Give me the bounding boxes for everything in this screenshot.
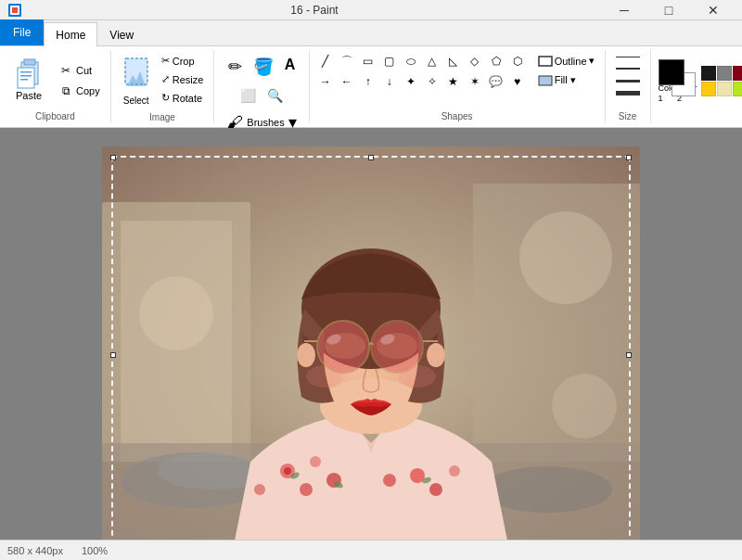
clipboard-group: Paste ✂ Cut ⧉ Copy Clipboard <box>0 50 111 123</box>
colorpicker-icon: 🔍 <box>267 88 283 103</box>
color-swatch[interactable] <box>701 82 716 96</box>
shapes-row-1: ╱ ⌒ ▭ ▢ ⬭ △ ◺ ◇ ⬠ ⬡ <box>315 52 528 70</box>
shape-rect[interactable]: ▭ <box>358 52 378 70</box>
resize-button[interactable]: ⤢ Resize <box>157 70 209 88</box>
outline-button[interactable]: Outline ▾ <box>533 52 599 70</box>
shape-rounded-rect[interactable]: ▢ <box>379 52 400 70</box>
color-palette <box>701 66 742 96</box>
shape-arrow-up[interactable]: ↑ <box>358 72 378 91</box>
size-indicator-4 <box>616 91 640 95</box>
crop-label: Crop <box>173 56 195 67</box>
color-boxes: Color1 Color2 <box>657 57 697 104</box>
shape-right-triangle[interactable]: ◺ <box>443 52 464 70</box>
size-content <box>611 52 645 109</box>
svg-point-26 <box>284 467 291 475</box>
file-tab[interactable]: File <box>0 19 44 45</box>
shape-star6[interactable]: ✶ <box>465 72 485 91</box>
crop-button[interactable]: ✂ Crop <box>157 52 209 70</box>
size-indicator-3 <box>616 80 640 83</box>
image-btns: ✂ Crop ⤢ Resize ↻ Rotate <box>157 52 209 107</box>
maximize-btn[interactable]: □ <box>647 0 690 20</box>
shape-ellipse[interactable]: ⬭ <box>401 52 421 70</box>
size-line-1[interactable] <box>611 52 645 61</box>
clipboard-label: Clipboard <box>35 109 75 121</box>
shape-4arrow[interactable]: ✦ <box>401 72 421 91</box>
fill-button[interactable]: 🪣 <box>249 52 278 82</box>
image-content: Select ✂ Crop ⤢ Resize ↻ Rotate <box>117 52 209 110</box>
svg-rect-8 <box>20 79 28 81</box>
pencil-button[interactable]: ✏ <box>224 52 247 82</box>
size-label: Size <box>619 109 636 121</box>
color1-box[interactable] <box>659 59 684 85</box>
shape-arrow-down[interactable]: ↓ <box>379 72 400 91</box>
fill-shapes-button[interactable]: Fill ▾ <box>533 71 599 89</box>
pencil-icon: ✏ <box>228 57 242 77</box>
canvas-area[interactable] <box>0 128 742 540</box>
colors-content: Color1 Color2 <box>657 52 742 109</box>
select-button[interactable]: Select <box>117 52 156 110</box>
color-swatch[interactable] <box>717 82 732 96</box>
svg-point-30 <box>254 484 265 495</box>
copy-button[interactable]: ⧉ Copy <box>54 82 105 100</box>
size-indicator-2 <box>616 68 640 70</box>
shape-curve[interactable]: ⌒ <box>337 52 357 70</box>
colors-group: Color1 Color2 Colors <box>651 50 742 123</box>
shape-hexagon[interactable]: ⬡ <box>507 52 528 70</box>
minimize-btn[interactable]: ─ <box>603 0 646 20</box>
cut-button[interactable]: ✂ Cut <box>54 61 105 80</box>
close-btn[interactable]: ✕ <box>692 0 735 20</box>
color-swatch[interactable] <box>701 66 716 81</box>
view-tab[interactable]: View <box>97 22 146 46</box>
svg-point-20 <box>552 374 617 439</box>
color-swatch[interactable] <box>733 82 742 96</box>
outline-chevron: ▾ <box>589 55 595 67</box>
paste-button[interactable]: Paste <box>6 56 52 106</box>
shape-pentagon[interactable]: ⬠ <box>486 52 506 70</box>
status-bar: 580 x 440px 100% <box>0 540 742 560</box>
brushes-label: Brushes <box>247 117 284 128</box>
shape-line[interactable]: ╱ <box>315 52 336 70</box>
fill-icon: 🪣 <box>253 57 274 77</box>
shape-star5[interactable]: ★ <box>443 72 464 91</box>
shape-callout[interactable]: 💬 <box>486 72 506 91</box>
select-label: Select <box>123 95 149 106</box>
color-swatch[interactable] <box>717 66 732 81</box>
outline-label: Outline <box>555 56 587 67</box>
window-title: 16 - Paint <box>26 4 603 17</box>
size-group: Size <box>606 50 651 123</box>
shape-diamond[interactable]: ◇ <box>465 52 485 70</box>
ribbon-tabs: File Home View <box>0 20 742 46</box>
text-button[interactable]: A <box>280 52 301 82</box>
eraser-button[interactable]: ⬜ <box>236 83 261 108</box>
colorpicker-button[interactable]: 🔍 <box>262 83 288 108</box>
shape-arrow-right[interactable]: → <box>315 72 336 91</box>
svg-rect-9 <box>125 58 147 84</box>
size-indicator-1 <box>616 57 640 57</box>
size-line-4[interactable] <box>611 88 645 97</box>
size-line-2[interactable] <box>611 64 645 73</box>
image-label: Image <box>149 110 175 122</box>
shape-star4[interactable]: ✧ <box>422 72 442 91</box>
fill-shapes-label: Fill ▾ <box>555 74 576 86</box>
cut-icon: ✂ <box>58 64 73 77</box>
shape-triangle[interactable]: △ <box>422 52 442 70</box>
shapes-content: ╱ ⌒ ▭ ▢ ⬭ △ ◺ ◇ ⬠ ⬡ → ← ↑ <box>315 52 599 109</box>
home-tab[interactable]: Home <box>44 22 97 46</box>
size-line-3[interactable] <box>611 76 645 85</box>
rotate-button[interactable]: ↻ Rotate <box>157 89 209 107</box>
shapes-label: Shapes <box>441 109 473 121</box>
text-icon: A <box>285 57 296 73</box>
ribbon: Paste ✂ Cut ⧉ Copy Clipboard <box>0 46 742 128</box>
canvas-image[interactable] <box>102 146 640 540</box>
shapes-grid: ╱ ⌒ ▭ ▢ ⬭ △ ◺ ◇ ⬠ ⬡ → ← ↑ <box>315 52 528 91</box>
svg-point-19 <box>519 211 612 304</box>
color-swatch[interactable] <box>733 66 742 81</box>
photo-svg <box>102 146 640 540</box>
shape-arrow-left[interactable]: ← <box>337 72 357 91</box>
canvas-dimensions: 580 x 440px <box>7 545 63 556</box>
paste-icon <box>14 60 44 90</box>
svg-rect-5 <box>18 68 34 88</box>
shape-heart[interactable]: ♥ <box>507 72 528 91</box>
svg-point-48 <box>371 321 423 373</box>
app-icon <box>7 3 22 18</box>
